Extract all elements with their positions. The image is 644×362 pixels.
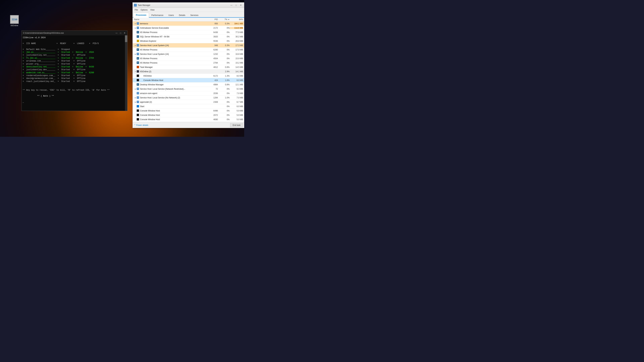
table-row[interactable]: ▶ ⚙ appmodel (2) 2308 0% 6.7 MB [133, 100, 244, 104]
row-expand-btn[interactable]: ▶ [134, 101, 137, 103]
console-row-7: + justinbentley.dev_______ + Started + O… [23, 68, 126, 71]
table-row[interactable]: W IIS Worker Process 6436 0% 77.9 MB [133, 30, 244, 34]
row-icon-explorer: 🗂 [137, 40, 139, 42]
tab-services[interactable]: Services [188, 13, 201, 17]
taskmanager-window: T Task Manager — □ ✕ File Options View P… [132, 2, 244, 128]
table-row[interactable]: Start 0% 6.0 MB [133, 104, 244, 109]
console-window-controls: — □ ✕ [115, 32, 126, 34]
process-cpu: 0% [218, 101, 230, 103]
row-icon-console [137, 118, 139, 121]
row-expand-btn[interactable]: ▶ [134, 53, 137, 55]
tab-performance[interactable]: Performance [149, 13, 166, 17]
table-row[interactable]: W IIS Worker Process 6280 0% 17.0 MB [133, 48, 244, 52]
process-mem: 114.5 MB [230, 27, 243, 29]
table-row[interactable]: W IIS Worker Process 2784 0% 15.2 MB [133, 61, 244, 65]
col-pid-header[interactable]: PID [208, 18, 218, 21]
fewer-details-btn[interactable]: ⌃ Fewer details [134, 124, 148, 126]
col-mem-header[interactable]: 84% [230, 18, 243, 21]
row-expand-btn[interactable]: ▶ [134, 88, 137, 90]
process-name: Desktop Window Manager [140, 83, 208, 86]
table-row[interactable]: ▶ ⚙ Antimalware Service Executable 2172 … [133, 26, 244, 30]
process-table-body[interactable]: ▶ ⚙ termsvcs 956 0.3% 164.1 MB ▶ ⚙ Antim… [133, 21, 244, 122]
process-cpu: 0% [218, 40, 230, 42]
process-name: Windows Explorer [140, 40, 208, 42]
row-icon-gear: ⚙ [137, 88, 139, 90]
table-row[interactable]: ▶ ⚙ termsvcs 956 0.3% 164.1 MB [133, 21, 244, 26]
row-expand-btn[interactable]: ▼ [134, 70, 137, 73]
menu-options[interactable]: Options [139, 8, 149, 11]
tab-details[interactable]: Details [176, 13, 188, 17]
process-name: SQL Server Windows NT - 64 Bit [140, 35, 208, 38]
process-mem: 15.2 MB [230, 62, 243, 64]
menu-file[interactable]: File [133, 8, 139, 11]
process-mem: 164.1 MB [230, 22, 243, 25]
process-mem: 8.0 MB [230, 75, 243, 77]
process-cpu: 1.3% [218, 75, 230, 77]
taskmanager-close-btn[interactable]: ✕ [239, 3, 243, 7]
menu-view[interactable]: View [149, 8, 156, 11]
end-task-button[interactable]: End task [230, 123, 243, 127]
row-expand-btn [134, 66, 137, 68]
table-row[interactable]: Console Window Host 2072 0% 5.9 MB [133, 113, 244, 117]
tab-users[interactable]: Users [166, 13, 176, 17]
process-cpu: 0.8% [218, 66, 230, 68]
process-pid: 5536 [208, 40, 218, 42]
table-row[interactable]: ⚙ amazon-ssm-agent 2036 0% 7.0 MB [133, 91, 244, 95]
table-row[interactable]: Task Manager 4812 0.8% 14.5 MB [133, 65, 244, 69]
table-row[interactable]: 🗂 Windows Explorer 5536 0% 28.8 MB [133, 39, 244, 43]
table-row-console-host-selected[interactable]: Console Window Host 424 1.6% 6.0 MB [133, 78, 244, 82]
console-scrollbar-thumb[interactable] [125, 35, 127, 42]
row-expand-btn [134, 92, 137, 95]
process-pid: 948 [208, 44, 218, 46]
row-expand-btn[interactable]: ▶ [134, 22, 137, 25]
table-row[interactable]: ▶ ⚙ Service Host: Local System (14) 1232… [133, 52, 244, 56]
desktop-icon-iisonline[interactable]: IISO IISOnline [10, 15, 19, 26]
process-pid: 2784 [208, 62, 218, 64]
table-row[interactable]: ▶ ⚙ Service Host: Local Service (Network… [133, 87, 244, 91]
process-cpu: 0% [218, 62, 230, 64]
table-row-iisonline-child[interactable]: IISOnline 6172 1.3% 8.0 MB [133, 74, 244, 78]
row-icon-iis: W [137, 31, 139, 34]
taskmanager-titlebar[interactable]: T Task Manager — □ ✕ [133, 2, 244, 8]
table-row[interactable]: ▶ ⚙ Service Host: Local Service (No Netw… [133, 95, 244, 100]
tab-processes[interactable]: Processes [133, 13, 149, 17]
process-name: Console Window Host [140, 118, 208, 121]
console-maximize-btn[interactable]: □ [119, 32, 122, 34]
table-row[interactable]: S SQL Server Windows NT - 64 Bit 3920 0%… [133, 34, 244, 39]
taskmanager-footer: ⌃ Fewer details End task [133, 122, 244, 128]
table-row[interactable]: Console Window Host 6496 0% 5.9 MB [133, 109, 244, 113]
row-expand-btn[interactable]: ▶ [134, 44, 137, 47]
console-row-2: + justinbentley.net_______ + Started + O… [23, 54, 126, 57]
table-row[interactable]: ▶ ⚙ Service Host: Local System (14) 948 … [133, 43, 244, 48]
console-titlebar[interactable]: C:\Users\Administrator\Desktop\IISOnline… [22, 31, 127, 35]
process-mem: 5.9 MB [230, 110, 243, 112]
col-name-header[interactable]: Name [134, 18, 208, 21]
table-row[interactable]: W IIS Worker Process 4504 0% 15.9 MB [133, 56, 244, 61]
process-mem: 30.2 MB [230, 35, 243, 38]
console-scrollbar[interactable] [125, 35, 127, 111]
table-row-group-iisonline[interactable]: ▼ IISOnline (2) 2.9% 14.1 MB [133, 69, 244, 74]
row-expand-btn[interactable]: ▶ [134, 96, 137, 99]
console-row-5: + pcuser.org______________ + Started + O… [23, 63, 126, 65]
process-name: Service Host: Local Service (No Network)… [140, 96, 208, 99]
row-expand-btn [134, 109, 137, 112]
row-icon-console [137, 109, 139, 112]
process-cpu: 0% [218, 118, 230, 121]
process-cpu: 0.8% [218, 83, 230, 86]
taskmanager-maximize-btn[interactable]: □ [234, 3, 238, 7]
process-name: Service Host: Local System (14) [140, 53, 208, 55]
taskmanager-minimize-btn[interactable]: — [229, 3, 234, 7]
process-mem: 9.3 MB [230, 88, 243, 90]
process-name: IIS Worker Process [140, 49, 208, 51]
console-close-btn[interactable]: ✕ [123, 32, 126, 34]
process-pid: 1284 [208, 96, 218, 99]
row-expand-btn[interactable]: ▶ [134, 27, 137, 29]
row-icon-console [137, 79, 139, 82]
table-row[interactable]: D Desktop Window Manager 4984 0.8% 12.1 … [133, 82, 244, 87]
col-cpu-header[interactable]: 7% ▼ [218, 18, 230, 21]
row-expand-btn [134, 35, 137, 38]
process-pid: 6280 [208, 49, 218, 51]
console-minimize-btn[interactable]: — [115, 32, 118, 34]
row-icon-gear: ⚙ [137, 22, 139, 25]
table-row[interactable]: Console Window Host 4690 0% 5.0 MB [133, 117, 244, 122]
